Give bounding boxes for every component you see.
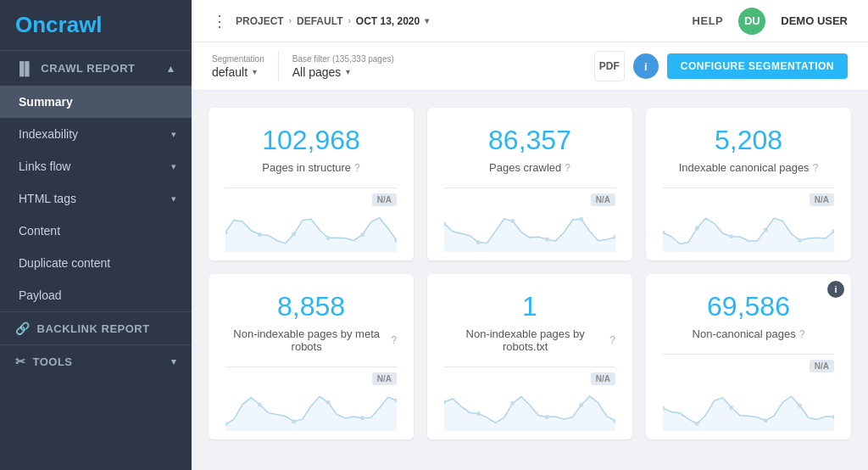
- more-options-icon[interactable]: ⋮: [212, 12, 227, 31]
- base-filter-label: Base filter (135,333 pages): [292, 54, 394, 64]
- segmentation-group: Segmentation default ▾: [212, 54, 264, 79]
- configure-segmentation-button[interactable]: CONFIGURE SEGMENTATION: [667, 53, 848, 79]
- stat-divider: [225, 187, 397, 188]
- content-area: 102,968Pages in structure?N/A86,357Pages…: [192, 91, 868, 470]
- segmentation-label: Segmentation: [212, 54, 264, 64]
- sidebar-item-indexability[interactable]: Indexability▾: [0, 118, 192, 150]
- stat-card-pages-in-structure: 102,968Pages in structure?N/A: [209, 108, 414, 260]
- sidebar-item-label: Summary: [19, 95, 73, 109]
- stat-chart: [663, 210, 834, 252]
- stat-label: Indexable canonical pages?: [663, 161, 834, 174]
- topbar-right: HELP DU DEMO USER: [693, 8, 848, 35]
- chevron-up-icon: ▲: [166, 63, 176, 75]
- stat-label: Non-indexable pages by meta robots?: [225, 327, 397, 353]
- help-circle-icon[interactable]: ?: [565, 162, 570, 174]
- stat-card-indexable-canonical: 5,208Indexable canonical pages?N/A: [646, 108, 851, 260]
- sidebar-item-duplicate-content[interactable]: Duplicate content: [0, 247, 192, 279]
- svg-point-7: [476, 240, 481, 244]
- sidebar-item-links-flow[interactable]: Links flow▾: [0, 150, 192, 182]
- sidebar-item-label: Payload: [19, 288, 62, 302]
- svg-point-13: [695, 226, 699, 230]
- stat-card-non-indexable-meta: 8,858Non-indexable pages by meta robots?…: [209, 274, 414, 439]
- bar-chart-icon: ▐▌: [15, 61, 34, 76]
- sidebar-item-html-tags[interactable]: HTML tags▾: [0, 182, 192, 215]
- help-circle-icon[interactable]: ?: [391, 334, 397, 346]
- help-circle-icon[interactable]: ?: [354, 162, 360, 174]
- svg-point-2: [292, 232, 296, 236]
- stat-number: 102,968: [225, 125, 397, 156]
- pdf-button[interactable]: PDF: [594, 51, 625, 81]
- sidebar-item-content[interactable]: Content: [0, 215, 192, 247]
- stat-label: Pages in structure?: [225, 161, 397, 174]
- date-dropdown-icon[interactable]: ▾: [425, 16, 429, 25]
- sidebar-item-payload[interactable]: Payload: [0, 279, 192, 311]
- sparkline-chart: [225, 210, 397, 252]
- tools-icon: ✂: [15, 355, 26, 368]
- stat-label: Pages crawled?: [444, 161, 615, 174]
- chevron-down-icon: ▾: [171, 129, 176, 140]
- stat-chart: [663, 376, 834, 431]
- stat-divider: [225, 366, 397, 367]
- stat-divider: [663, 187, 834, 188]
- user-name[interactable]: DEMO USER: [781, 14, 848, 27]
- stat-divider: [444, 187, 615, 188]
- stat-divider: [663, 354, 834, 355]
- stat-card-pages-crawled: 86,357Pages crawled?N/A: [427, 108, 632, 260]
- help-circle-icon[interactable]: ?: [609, 334, 615, 346]
- breadcrumb: PROJECT › DEFAULT › OCT 13, 2020 ▾: [236, 15, 429, 27]
- stat-chart: [225, 389, 397, 431]
- svg-point-25: [476, 411, 481, 416]
- stat-chart: [444, 210, 615, 252]
- segmentation-value: default: [212, 65, 248, 79]
- sidebar-item-summary[interactable]: Summary: [0, 86, 192, 118]
- na-badge: N/A: [591, 372, 615, 385]
- filter-divider: [278, 51, 279, 81]
- stat-label: Non-canonical pages?: [663, 327, 834, 340]
- svg-point-26: [510, 401, 515, 406]
- stats-grid: 102,968Pages in structure?N/A86,357Pages…: [209, 108, 851, 439]
- help-circle-icon[interactable]: ?: [813, 162, 819, 174]
- svg-point-1: [258, 232, 262, 237]
- segmentation-caret-icon: ▾: [253, 67, 257, 76]
- sidebar-item-label: Content: [19, 224, 60, 238]
- crawl-report-section: ▐▌ CRAWL REPORT ▲ SummaryIndexability▾Li…: [0, 50, 192, 311]
- tools-item[interactable]: ✂ TOOLS ▾: [0, 345, 192, 378]
- breadcrumb-project: PROJECT: [236, 15, 284, 27]
- svg-point-3: [326, 236, 331, 240]
- topbar: ⋮ PROJECT › DEFAULT › OCT 13, 2020 ▾ HEL…: [192, 0, 868, 42]
- stat-chart: [225, 210, 397, 252]
- na-badge: N/A: [810, 360, 834, 372]
- chevron-down-icon: ▾: [171, 161, 176, 172]
- stat-chart: [444, 389, 615, 431]
- svg-point-32: [729, 406, 733, 410]
- card-info-icon[interactable]: i: [827, 281, 844, 298]
- tools-label: TOOLS: [33, 355, 73, 368]
- crawl-report-header[interactable]: ▐▌ CRAWL REPORT ▲: [0, 51, 192, 86]
- help-circle-icon[interactable]: ?: [799, 328, 805, 340]
- help-button[interactable]: HELP: [693, 14, 724, 27]
- breadcrumb-date: OCT 13, 2020: [356, 15, 420, 27]
- svg-point-14: [729, 234, 733, 238]
- sparkline-chart: [225, 389, 397, 431]
- sparkline-chart: [444, 210, 615, 252]
- segmentation-select[interactable]: default ▾: [212, 65, 264, 79]
- filterbar: Segmentation default ▾ Base filter (135,…: [192, 42, 868, 91]
- sparkline-chart: [663, 210, 834, 252]
- link-icon: 🔗: [15, 322, 31, 335]
- svg-point-15: [764, 227, 768, 232]
- info-button[interactable]: i: [633, 53, 659, 79]
- base-filter-caret-icon: ▾: [346, 67, 350, 76]
- base-filter-group: Base filter (135,333 pages) All pages ▾: [292, 54, 394, 79]
- base-filter-select[interactable]: All pages ▾: [292, 65, 394, 79]
- crawl-report-label: CRAWL REPORT: [41, 62, 135, 75]
- stat-number: 86,357: [444, 125, 615, 156]
- na-badge: N/A: [372, 372, 397, 385]
- svg-point-22: [360, 416, 364, 420]
- backlink-report-label: BACKLINK REPORT: [37, 322, 150, 335]
- svg-point-27: [545, 415, 549, 419]
- sparkline-chart: [663, 389, 834, 431]
- svg-point-21: [326, 400, 331, 405]
- stat-number: 5,208: [663, 125, 834, 156]
- backlink-report-item[interactable]: 🔗 BACKLINK REPORT: [0, 312, 192, 344]
- svg-point-33: [764, 418, 768, 422]
